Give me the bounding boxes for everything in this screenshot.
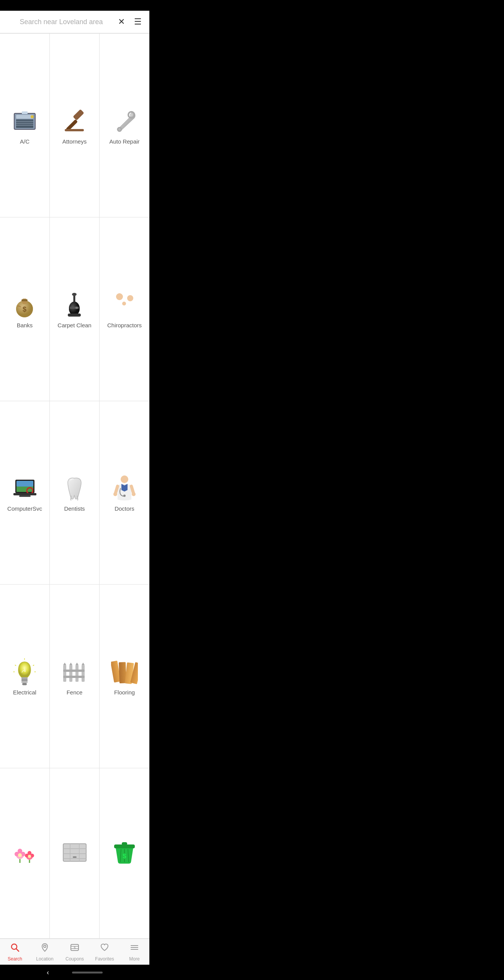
- banks-label: Banks: [17, 322, 33, 328]
- svg-point-36: [121, 475, 128, 483]
- grid-item-attorneys[interactable]: Attorneys: [50, 34, 100, 217]
- svg-rect-22: [68, 314, 81, 317]
- grid-item-flooring[interactable]: Flooring: [100, 585, 149, 768]
- svg-line-89: [16, 949, 19, 951]
- svg-rect-58: [63, 676, 85, 678]
- svg-marker-50: [63, 663, 66, 665]
- grid-item-auto-repair[interactable]: Auto Repair: [100, 34, 149, 217]
- tooth-icon: [59, 475, 90, 501]
- ac-label: A/C: [20, 138, 29, 145]
- garage-icon: [59, 839, 90, 866]
- attorneys-label: Attorneys: [62, 138, 87, 145]
- doctor-icon: [109, 475, 140, 501]
- chiropractors-label: Chiropractors: [107, 322, 142, 328]
- svg-marker-52: [69, 663, 72, 665]
- svg-point-72: [28, 855, 31, 858]
- svg-rect-42: [21, 681, 28, 683]
- svg-rect-35: [19, 495, 31, 497]
- computer-svc-label: ComputerSvc: [7, 505, 42, 512]
- menu-button[interactable]: ☰: [133, 15, 143, 28]
- chiro-icon: [109, 291, 140, 318]
- svg-point-37: [123, 495, 126, 497]
- search-nav-icon: [10, 942, 20, 955]
- nav-item-more[interactable]: More: [119, 939, 149, 965]
- svg-point-39: [132, 492, 136, 496]
- svg-marker-56: [82, 663, 85, 665]
- svg-rect-34: [13, 493, 36, 495]
- grid-item-banks[interactable]: $ Banks: [0, 217, 50, 401]
- nav-location-label: Location: [36, 956, 53, 962]
- laptop-icon: [10, 475, 40, 501]
- wrench-icon: [109, 108, 140, 134]
- bulb-icon: [10, 658, 40, 685]
- svg-rect-30: [16, 481, 33, 487]
- ac-icon: [10, 108, 40, 134]
- close-button[interactable]: ✕: [116, 15, 126, 28]
- svg-point-26: [127, 295, 133, 301]
- doctors-label: Doctors: [115, 505, 134, 512]
- category-grid: A/C Attorneys: [0, 33, 149, 939]
- flooring-label: Flooring: [114, 689, 135, 696]
- nav-item-location[interactable]: Location: [30, 939, 60, 965]
- svg-rect-81: [73, 856, 77, 858]
- grid-item-garage[interactable]: [50, 768, 100, 939]
- grid-item-electrical[interactable]: Electrical: [0, 585, 50, 768]
- svg-rect-17: [21, 299, 28, 301]
- svg-rect-10: [65, 129, 84, 131]
- nav-search-label: Search: [8, 956, 22, 962]
- svg-rect-83: [122, 842, 127, 845]
- svg-point-21: [72, 293, 77, 296]
- svg-rect-49: [63, 665, 66, 682]
- grid-item-garbage[interactable]: $: [100, 768, 149, 939]
- coupons-nav-icon: $: [70, 942, 80, 955]
- home-indicator[interactable]: [72, 972, 103, 973]
- svg-point-25: [116, 293, 123, 300]
- nav-item-coupons[interactable]: $ Coupons: [60, 939, 90, 965]
- svg-line-46: [33, 665, 34, 666]
- svg-point-38: [113, 492, 117, 496]
- grid-item-doctors[interactable]: Doctors: [100, 401, 149, 585]
- svg-rect-43: [22, 683, 27, 685]
- svg-rect-51: [69, 665, 72, 682]
- app-container: Search near Loveland area ✕ ☰ A: [0, 11, 149, 965]
- nav-favorites-label: Favorites: [95, 956, 114, 962]
- grid-item-chiropractors[interactable]: Chiropractors: [100, 217, 149, 401]
- status-bar: [0, 0, 149, 11]
- search-placeholder: Search near Loveland area: [6, 18, 116, 26]
- svg-rect-6: [22, 111, 28, 114]
- svg-point-24: [75, 307, 78, 309]
- bottom-nav: Search Location $ Coupons: [0, 939, 149, 965]
- svg-point-67: [18, 853, 22, 857]
- svg-rect-55: [82, 665, 85, 682]
- nav-item-favorites[interactable]: Favorites: [90, 939, 119, 965]
- flooring-icon: [109, 658, 140, 685]
- fence-label: Fence: [67, 689, 83, 696]
- vacuum-icon: [59, 291, 90, 318]
- grid-item-flowers[interactable]: [0, 768, 50, 939]
- dentists-label: Dentists: [64, 505, 85, 512]
- nav-item-search[interactable]: Search: [0, 939, 30, 965]
- auto-repair-label: Auto Repair: [109, 138, 139, 145]
- grid-item-carpet-clean[interactable]: Carpet Clean: [50, 217, 100, 401]
- electrical-label: Electrical: [13, 689, 36, 696]
- svg-point-12: [130, 113, 133, 116]
- grid-item-dentists[interactable]: Dentists: [50, 401, 100, 585]
- moneybag-icon: $: [10, 291, 40, 318]
- grid-item-computer-svc[interactable]: ComputerSvc: [0, 401, 50, 585]
- svg-marker-54: [75, 663, 79, 665]
- svg-rect-8: [73, 109, 84, 121]
- heart-nav-icon: [100, 942, 110, 955]
- grid-item-ac[interactable]: A/C: [0, 34, 50, 217]
- svg-rect-53: [75, 665, 79, 682]
- svg-rect-40: [21, 677, 28, 679]
- search-bar-icons: ✕ ☰: [116, 15, 143, 28]
- system-nav-bar: ‹: [0, 965, 149, 980]
- nav-coupons-label: Coupons: [65, 956, 84, 962]
- search-bar: Search near Loveland area ✕ ☰: [0, 11, 149, 33]
- grid-item-fence[interactable]: Fence: [50, 585, 100, 768]
- svg-text:$: $: [23, 305, 26, 313]
- svg-point-27: [122, 302, 126, 305]
- back-button[interactable]: ‹: [47, 969, 49, 977]
- svg-point-66: [18, 849, 22, 853]
- svg-line-45: [15, 665, 16, 666]
